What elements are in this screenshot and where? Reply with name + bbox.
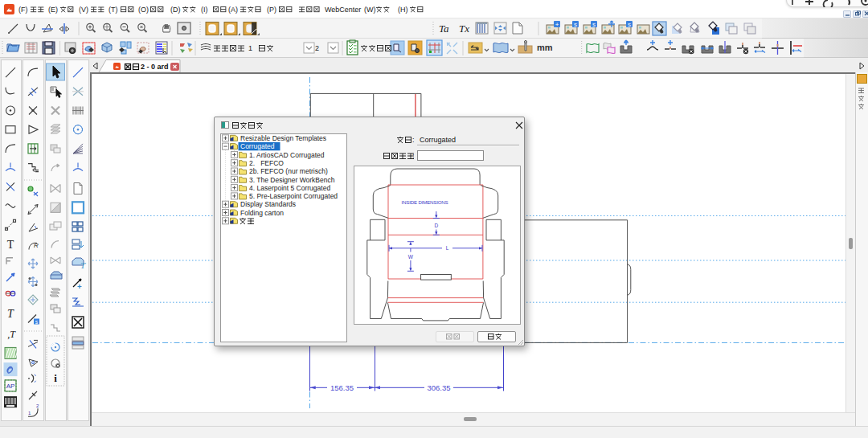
svg-text:1. ArtiosCAD Corrugated: 1. ArtiosCAD Corrugated [249, 151, 325, 159]
svg-text:INSIDE DIMENSIONS: INSIDE DIMENSIONS [401, 199, 448, 205]
svg-text:Corrugated: Corrugated [240, 142, 275, 150]
svg-text:D: D [434, 223, 438, 228]
svg-text:5. Pre-Laserpoint Corrugated: 5. Pre-Laserpoint Corrugated [249, 192, 338, 200]
svg-text:Display Standards: Display Standards [240, 200, 296, 208]
svg-text:2b. FEFCO (nur metrisch): 2b. FEFCO (nur metrisch) [249, 167, 328, 175]
svg-text:2. FEFCO: 2. FEFCO [249, 159, 284, 167]
svg-text:4. Laserpoint 5 Corrugated: 4. Laserpoint 5 Corrugated [249, 184, 330, 192]
svg-text:Folding carton: Folding carton [240, 209, 284, 217]
svg-text:W: W [408, 254, 414, 260]
svg-text:3. The Designer WorkBench: 3. The Designer WorkBench [249, 176, 335, 184]
svg-text:Resizable Design Templates: Resizable Design Templates [240, 134, 326, 142]
svg-text:L: L [446, 245, 449, 251]
